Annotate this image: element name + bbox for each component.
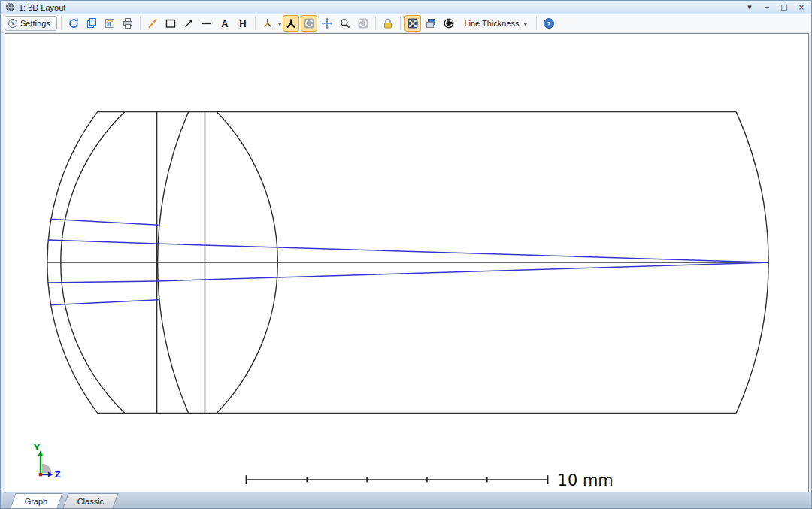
axis-z-label: Z — [55, 470, 61, 480]
annotate-text-button[interactable]: A — [217, 15, 233, 32]
toolbar-divider — [140, 17, 141, 30]
svg-text:H: H — [239, 18, 246, 29]
axis-triad — [38, 450, 53, 477]
pan-arrows-icon — [321, 17, 333, 29]
tab-classic-label: Classic — [77, 497, 103, 506]
annotate-rectangle-button[interactable] — [162, 15, 179, 32]
refresh-icon — [68, 17, 80, 29]
layout-canvas[interactable]: 10 mm Y Z — [5, 33, 809, 493]
layers-icon — [425, 17, 437, 29]
pan-tool-button[interactable] — [319, 15, 335, 32]
magnifier-icon — [339, 17, 351, 29]
settings-label: Settings — [20, 19, 50, 28]
close-icon[interactable]: × — [796, 2, 807, 13]
line-thickness-label: Line Thickness — [464, 19, 519, 28]
chevron-down-icon[interactable]: ▼ — [278, 21, 282, 26]
print-button[interactable] — [120, 15, 136, 32]
help-button[interactable]: ? — [541, 15, 557, 32]
lock-button[interactable] — [380, 15, 396, 32]
view-orientation-button[interactable] — [259, 15, 276, 32]
save-chart-icon — [104, 17, 116, 29]
annotate-arrow-button[interactable] — [180, 15, 197, 32]
chevron-down-icon: ∨ — [8, 19, 17, 28]
annotate-h-button[interactable]: H — [235, 15, 251, 32]
ray-1 — [50, 219, 159, 225]
toolbar-divider — [536, 17, 537, 30]
rotate-tool-button[interactable] — [283, 15, 299, 32]
orbit-tool-button[interactable] — [301, 15, 317, 32]
tab-graph[interactable]: Graph — [10, 493, 62, 508]
help-icon: ? — [543, 17, 555, 29]
toolbar: ∨ Settings — [1, 14, 811, 33]
svg-text:A: A — [221, 18, 229, 29]
tab-bar: Graph Classic — [1, 492, 811, 508]
clock-arrow-icon — [443, 17, 455, 29]
ray-2 — [48, 240, 768, 262]
toolbar-divider — [255, 17, 256, 30]
annotate-dash-button[interactable] — [198, 15, 215, 32]
layout-window: 1: 3D Layout ▼ − □ × ∨ Settings — [0, 0, 812, 509]
ray-traces — [47, 219, 768, 305]
reset-view-icon — [357, 17, 369, 29]
window-menu-icon[interactable]: ▼ — [744, 2, 755, 13]
ray-4 — [50, 300, 159, 305]
annotate-line-button[interactable] — [144, 15, 161, 32]
triad-origin-dot — [39, 473, 42, 476]
lock-icon — [382, 17, 394, 29]
scale-bar-label: 10 mm — [558, 471, 614, 489]
tab-classic[interactable]: Classic — [62, 493, 119, 508]
axis-3d-icon — [262, 17, 274, 29]
svg-text:?: ? — [547, 20, 551, 28]
printer-icon — [122, 17, 134, 29]
axis-y-label: Y — [33, 443, 41, 453]
toolbar-divider — [61, 17, 62, 30]
fit-window-button[interactable] — [404, 15, 421, 32]
maximize-icon[interactable]: □ — [779, 2, 789, 13]
copy-icon — [86, 17, 98, 29]
scale-bar — [246, 475, 547, 484]
triad-arc — [42, 464, 51, 473]
window-controls: ▼ − □ × — [744, 2, 807, 13]
chevron-down-icon: ▼ — [524, 21, 528, 26]
window-icon[interactable] — [5, 2, 15, 12]
zoom-reset-button[interactable] — [355, 15, 371, 32]
title-bar: 1: 3D Layout ▼ − □ × — [1, 1, 811, 14]
fit-arrows-icon — [407, 17, 419, 29]
save-button[interactable] — [102, 15, 118, 32]
rectangle-icon — [165, 17, 177, 29]
letter-a-icon: A — [219, 17, 231, 29]
update-button[interactable] — [65, 15, 82, 32]
letter-h-icon: H — [237, 17, 249, 29]
dash-icon — [201, 17, 213, 29]
orbit-icon — [303, 17, 315, 29]
toolbar-divider — [400, 17, 401, 30]
tab-graph-label: Graph — [25, 497, 48, 506]
copy-clipboard-button[interactable] — [83, 15, 100, 32]
settings-button[interactable]: ∨ Settings — [5, 16, 57, 31]
rotate-tripod-icon — [285, 17, 297, 29]
minimize-icon[interactable]: − — [762, 2, 772, 13]
pen-line-icon — [147, 17, 159, 29]
copy-layers-button[interactable] — [423, 15, 439, 32]
line-thickness-button[interactable]: Line Thickness ▼ — [459, 16, 532, 31]
zoom-tool-button[interactable] — [337, 15, 353, 32]
window-title: 1: 3D Layout — [19, 3, 65, 12]
ray-3 — [48, 262, 768, 283]
arrow-icon — [183, 17, 195, 29]
toolbar-divider — [375, 17, 376, 30]
animate-button[interactable] — [441, 15, 457, 32]
